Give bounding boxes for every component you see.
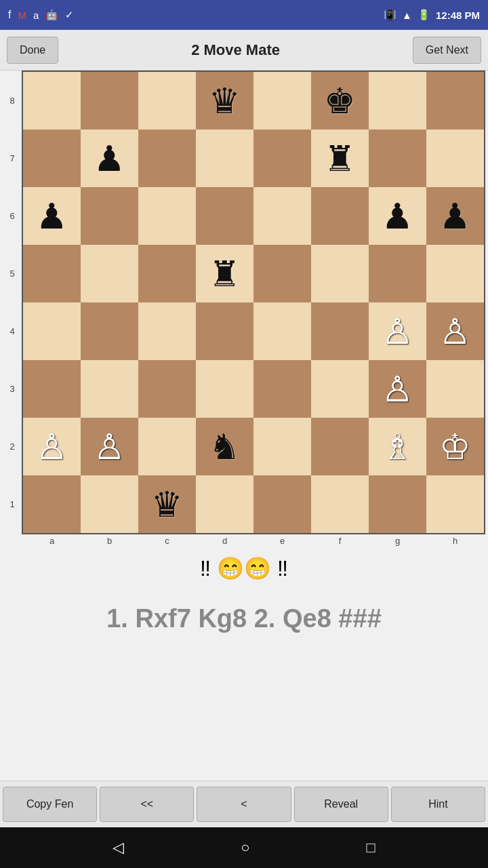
cell-d6[interactable] — [196, 187, 253, 245]
top-nav: Done 2 Move Mate Get Next — [0, 30, 488, 71]
cell-c4[interactable] — [138, 302, 196, 360]
cell-d4[interactable] — [196, 302, 253, 360]
cell-g6[interactable]: ♟ — [369, 187, 426, 245]
bottom-buttons: Copy Fen << < Reveal Hint — [0, 781, 488, 827]
cell-c2[interactable] — [138, 418, 196, 475]
rank-3: 3 — [3, 360, 22, 418]
rank-labels: 8 7 6 5 4 3 2 1 — [3, 71, 22, 534]
back-button[interactable]: < — [197, 787, 291, 822]
cell-f2[interactable] — [311, 418, 369, 475]
cell-b3[interactable] — [81, 360, 138, 418]
cell-c6[interactable] — [138, 187, 196, 245]
cell-b8[interactable] — [81, 72, 138, 130]
cell-e8[interactable] — [253, 72, 311, 130]
cell-d2[interactable]: ♞ — [196, 418, 253, 475]
cell-d7[interactable] — [196, 130, 253, 187]
rank-4: 4 — [3, 302, 22, 360]
cell-d1[interactable] — [196, 475, 253, 533]
cell-e4[interactable] — [253, 302, 311, 360]
status-bar-right: 📳 ▲ 🔋 12:48 PM — [384, 9, 480, 21]
done-button[interactable]: Done — [7, 37, 58, 64]
rewind-button[interactable]: << — [100, 787, 194, 822]
cell-e2[interactable] — [253, 418, 311, 475]
cell-h8[interactable] — [426, 72, 484, 130]
cell-a1[interactable] — [23, 475, 81, 533]
get-next-button[interactable]: Get Next — [413, 37, 481, 64]
cell-a7[interactable] — [23, 130, 81, 187]
cell-e7[interactable] — [253, 130, 311, 187]
cell-f8[interactable]: ♚ — [311, 72, 369, 130]
cell-h4[interactable]: ♙ — [426, 302, 484, 360]
cell-b6[interactable] — [81, 187, 138, 245]
cell-a4[interactable] — [23, 302, 81, 360]
home-nav-icon[interactable]: ○ — [241, 839, 249, 856]
cell-f5[interactable] — [311, 245, 369, 302]
cell-b2[interactable]: ♙ — [81, 418, 138, 475]
cell-c1[interactable]: ♛ — [138, 475, 196, 533]
check-icon: ✓ — [65, 9, 74, 21]
cell-d5[interactable]: ♜ — [196, 245, 253, 302]
cell-a3[interactable] — [23, 360, 81, 418]
cell-g2[interactable]: ♗ — [369, 418, 426, 475]
file-d: d — [196, 534, 253, 546]
file-g: g — [369, 534, 426, 546]
reveal-button[interactable]: Reveal — [294, 787, 388, 822]
cell-e3[interactable] — [253, 360, 311, 418]
cell-g1[interactable] — [369, 475, 426, 533]
cell-h5[interactable] — [426, 245, 484, 302]
file-e: e — [253, 534, 311, 546]
cell-h2[interactable]: ♔ — [426, 418, 484, 475]
cell-f1[interactable] — [311, 475, 369, 533]
file-labels-row: a b c d e f g h — [4, 534, 484, 546]
rank-1: 1 — [3, 475, 22, 533]
file-a: a — [23, 534, 81, 546]
cell-f7[interactable]: ♜ — [311, 130, 369, 187]
cell-c3[interactable] — [138, 360, 196, 418]
status-bar: f M a 🤖 ✓ 📳 ▲ 🔋 12:48 PM — [0, 0, 488, 30]
cell-a6[interactable]: ♟ — [23, 187, 81, 245]
cell-g7[interactable] — [369, 130, 426, 187]
cell-h7[interactable] — [426, 130, 484, 187]
back-nav-icon[interactable]: ◁ — [113, 839, 124, 856]
cell-h6[interactable]: ♟ — [426, 187, 484, 245]
cell-e5[interactable] — [253, 245, 311, 302]
cell-e6[interactable] — [253, 187, 311, 245]
page-title: 2 Move Mate — [191, 41, 280, 59]
cell-g5[interactable] — [369, 245, 426, 302]
android-icon: 🤖 — [45, 9, 58, 21]
cell-c8[interactable] — [138, 72, 196, 130]
chess-board[interactable]: ♛♚♟♜♟♟♟♜♙♙♙♙♙♞♗♔♛ — [22, 71, 485, 534]
cell-h3[interactable] — [426, 360, 484, 418]
cell-b7[interactable]: ♟ — [81, 130, 138, 187]
emoji-line: ‼ 😁😁 ‼ — [0, 546, 488, 584]
facebook-icon: f — [8, 9, 11, 21]
cell-f4[interactable] — [311, 302, 369, 360]
recents-nav-icon[interactable]: □ — [367, 839, 375, 856]
cell-g4[interactable]: ♙ — [369, 302, 426, 360]
cell-g8[interactable] — [369, 72, 426, 130]
cell-h1[interactable] — [426, 475, 484, 533]
cell-d3[interactable] — [196, 360, 253, 418]
board-wrapper: 8 7 6 5 4 3 2 1 ♛♚♟♜♟♟♟♜♙♙♙♙♙♞♗♔♛ — [3, 71, 485, 534]
cell-f6[interactable] — [311, 187, 369, 245]
cell-d8[interactable]: ♛ — [196, 72, 253, 130]
cell-b4[interactable] — [81, 302, 138, 360]
cell-f3[interactable] — [311, 360, 369, 418]
cell-a5[interactable] — [23, 245, 81, 302]
cell-g3[interactable]: ♙ — [369, 360, 426, 418]
file-h: h — [426, 534, 484, 546]
hint-button[interactable]: Hint — [391, 787, 485, 822]
rank-5: 5 — [3, 245, 22, 302]
cell-b5[interactable] — [81, 245, 138, 302]
system-nav-bar: ◁ ○ □ — [0, 827, 488, 868]
cell-e1[interactable] — [253, 475, 311, 533]
cell-c7[interactable] — [138, 130, 196, 187]
status-bar-left: f M a 🤖 ✓ — [8, 9, 74, 21]
cell-b1[interactable] — [81, 475, 138, 533]
cell-c5[interactable] — [138, 245, 196, 302]
copy-fen-button[interactable]: Copy Fen — [3, 787, 97, 822]
file-b: b — [81, 534, 138, 546]
rank-6: 6 — [3, 187, 22, 245]
cell-a2[interactable]: ♙ — [23, 418, 81, 475]
cell-a8[interactable] — [23, 72, 81, 130]
